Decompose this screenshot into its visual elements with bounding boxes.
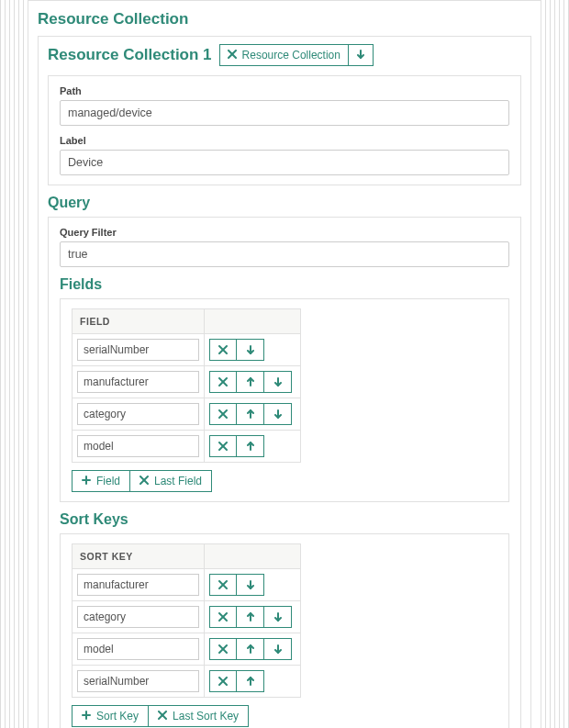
close-icon <box>218 675 228 689</box>
sort-key-cell <box>72 666 205 698</box>
remove-resource-collection-label: Resource Collection <box>242 50 340 61</box>
sort-key-actions-column-header <box>205 543 301 569</box>
last-sort-key-button[interactable]: Last Sort Key <box>149 705 249 727</box>
move-resource-collection-down-button[interactable] <box>349 44 374 66</box>
move-field-down-button[interactable] <box>264 403 292 425</box>
move-sort-key-up-button[interactable] <box>237 638 264 660</box>
close-icon <box>218 440 228 454</box>
remove-sort-key-button[interactable] <box>209 670 237 692</box>
arrow-up-icon <box>246 610 255 624</box>
field-cell <box>72 334 205 366</box>
close-icon <box>218 643 228 656</box>
close-icon <box>218 375 228 389</box>
arrow-down-icon <box>273 408 283 421</box>
field-input[interactable] <box>77 371 199 393</box>
query-filter-input[interactable] <box>60 241 509 267</box>
query-heading: Query <box>48 195 521 211</box>
path-label: Path <box>60 85 509 96</box>
move-field-down-button[interactable] <box>237 339 264 361</box>
close-icon <box>139 476 149 487</box>
label-input[interactable] <box>60 150 509 175</box>
arrow-down-icon <box>356 50 365 61</box>
remove-sort-key-button[interactable] <box>209 638 237 660</box>
close-icon <box>158 711 167 722</box>
move-sort-key-up-button[interactable] <box>237 670 264 692</box>
field-cell <box>72 366 205 398</box>
close-icon <box>218 578 228 592</box>
label-label: Label <box>60 135 509 146</box>
field-actions-cell <box>205 398 301 431</box>
arrow-down-icon <box>273 375 283 389</box>
move-field-up-button[interactable] <box>237 435 264 457</box>
sort-key-actions-cell <box>205 666 301 698</box>
last-sort-key-label: Last Sort Key <box>173 711 239 722</box>
move-field-up-button[interactable] <box>237 371 264 393</box>
add-sort-key-label: Sort Key <box>96 711 139 722</box>
add-field-button[interactable]: Field <box>72 470 130 492</box>
add-field-label: Field <box>96 476 120 487</box>
sort-key-input[interactable] <box>77 638 199 660</box>
remove-resource-collection-button[interactable]: Resource Collection <box>219 44 349 66</box>
query-filter-label: Query Filter <box>60 227 509 238</box>
field-input[interactable] <box>77 403 199 425</box>
sort-key-input[interactable] <box>77 574 199 596</box>
close-icon <box>228 50 237 61</box>
move-field-down-button[interactable] <box>264 371 292 393</box>
close-icon <box>218 343 228 357</box>
remove-sort-key-button[interactable] <box>209 574 237 596</box>
arrow-down-icon <box>273 610 283 624</box>
arrow-up-icon <box>246 440 255 454</box>
close-icon <box>218 610 228 624</box>
arrow-up-icon <box>246 643 255 656</box>
arrow-down-icon <box>246 343 255 357</box>
field-input[interactable] <box>77 339 199 361</box>
plus-icon <box>82 476 91 487</box>
field-actions-cell <box>205 366 301 398</box>
move-sort-key-down-button[interactable] <box>264 638 292 660</box>
sort-key-actions-cell <box>205 633 301 666</box>
last-field-button[interactable]: Last Field <box>130 470 212 492</box>
sort-key-column-header: SORT KEY <box>72 543 205 569</box>
sort-key-actions-cell <box>205 601 301 633</box>
sort-key-cell <box>72 601 205 633</box>
sort-key-actions-cell <box>205 569 301 601</box>
sort-key-input[interactable] <box>77 670 199 692</box>
close-icon <box>218 408 228 421</box>
arrow-down-icon <box>273 643 283 656</box>
field-column-header: FIELD <box>72 308 205 334</box>
path-input[interactable] <box>60 100 509 126</box>
move-sort-key-down-button[interactable] <box>237 574 264 596</box>
remove-field-button[interactable] <box>209 339 237 361</box>
move-sort-key-up-button[interactable] <box>237 606 264 628</box>
move-sort-key-down-button[interactable] <box>264 606 292 628</box>
field-cell <box>72 431 205 463</box>
arrow-up-icon <box>246 408 255 421</box>
sort-keys-heading: Sort Keys <box>60 511 509 528</box>
field-actions-cell <box>205 334 301 366</box>
last-field-label: Last Field <box>154 476 202 487</box>
arrow-up-icon <box>246 675 255 689</box>
move-field-up-button[interactable] <box>237 403 264 425</box>
sort-key-cell <box>72 633 205 666</box>
sort-key-input[interactable] <box>77 606 199 628</box>
remove-field-button[interactable] <box>209 435 237 457</box>
add-sort-key-button[interactable]: Sort Key <box>72 705 149 727</box>
field-input[interactable] <box>77 435 199 457</box>
field-actions-cell <box>205 431 301 463</box>
fields-heading: Fields <box>60 276 509 293</box>
arrow-up-icon <box>246 375 255 389</box>
field-actions-column-header <box>205 308 301 334</box>
resource-collection-heading: Resource Collection <box>38 10 531 28</box>
remove-sort-key-button[interactable] <box>209 606 237 628</box>
arrow-down-icon <box>246 578 255 592</box>
resource-collection-1-heading: Resource Collection 1 <box>48 46 212 64</box>
plus-icon <box>82 711 91 722</box>
sort-key-cell <box>72 569 205 601</box>
remove-field-button[interactable] <box>209 403 237 425</box>
field-cell <box>72 398 205 431</box>
remove-field-button[interactable] <box>209 371 237 393</box>
